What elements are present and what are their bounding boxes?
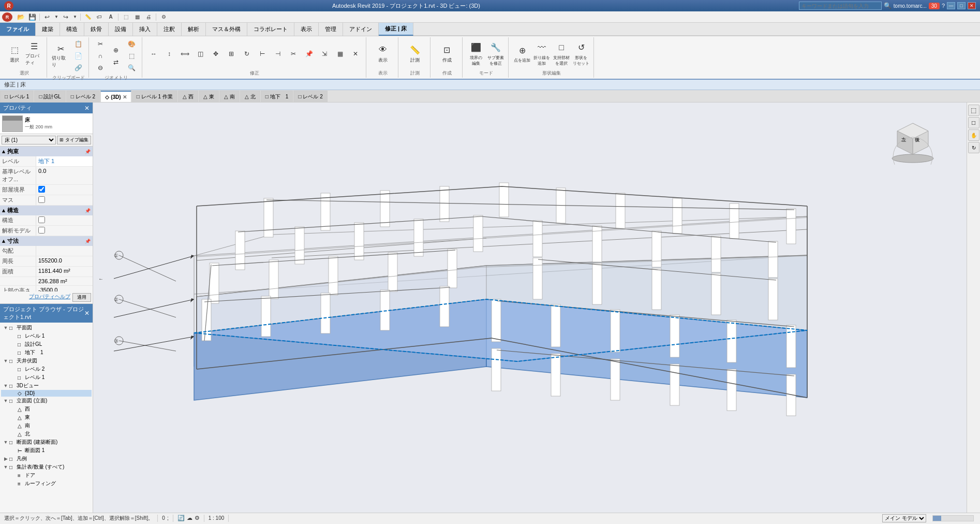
matchprop-button[interactable]: 🔗	[71, 62, 85, 74]
tree-item-section1[interactable]: ⊢ 断面図 1	[1, 446, 92, 455]
trim-button[interactable]: ⊢	[255, 48, 270, 60]
tab-manage[interactable]: 管理	[319, 23, 343, 36]
properties-close-button[interactable]: ✕	[84, 105, 90, 112]
section-structure[interactable]: ▴ 構造 📌	[0, 206, 93, 215]
tree-folder-schedules[interactable]: ▼ □ 集計表/数量 (すべて)	[1, 463, 92, 471]
tab-collaborate[interactable]: コラボレート	[247, 23, 294, 36]
rotate-button[interactable]: ↻	[240, 48, 254, 60]
tree-item-west[interactable]: △ 西	[1, 405, 92, 413]
minimize-button[interactable]: —	[947, 2, 955, 9]
tree-item-south[interactable]: △ 南	[1, 421, 92, 430]
array-button[interactable]: ▦	[333, 48, 347, 60]
viewport[interactable]: ① ② ③	[93, 103, 980, 513]
view-tab-west[interactable]: △ 西	[178, 91, 198, 102]
align-button[interactable]: ↔	[146, 48, 161, 60]
tab-file[interactable]: ファイル	[0, 23, 36, 36]
view-mode-button[interactable]: 👁 表示	[374, 41, 392, 67]
qa-open-button[interactable]: 📂	[16, 12, 26, 22]
scale-button[interactable]: ⇲	[317, 48, 332, 60]
tab-insert[interactable]: 挿入	[133, 23, 157, 36]
model-settings-button[interactable]: ⚙	[195, 515, 200, 521]
restore-button[interactable]: □	[957, 2, 966, 9]
delete-button[interactable]: ✕	[348, 48, 363, 60]
select-button[interactable]: ⬚ 選択	[5, 41, 24, 67]
viewcube[interactable]: 後 左	[887, 113, 939, 165]
tree-item-3d-active[interactable]: ◇ {3D}	[1, 390, 92, 397]
view-tab-east[interactable]: △ 東	[199, 91, 219, 102]
mirror-axis-button[interactable]: ⟺	[177, 48, 192, 60]
view-tab-basement[interactable]: □ 地下 1	[261, 91, 293, 102]
project-browser-close-button[interactable]: ✕	[84, 310, 90, 317]
tree-item-level1[interactable]: □ レベル 1	[1, 332, 92, 340]
tree-item-level1-ceiling[interactable]: □ レベル 1	[1, 373, 92, 382]
properties-apply-button[interactable]: 適用	[72, 293, 91, 302]
structural-checkbox[interactable]	[38, 216, 45, 223]
qa-redo-button[interactable]: ↪	[61, 12, 71, 22]
mass-checkbox[interactable]	[38, 196, 45, 203]
qa-text-button[interactable]: A	[106, 12, 116, 22]
section-constraints[interactable]: ▴ 拘束 📌	[0, 147, 93, 156]
room-bounding-checkbox[interactable]	[38, 186, 45, 193]
prop-value-room-bounding[interactable]	[36, 185, 93, 195]
cloud-button[interactable]: ☁	[187, 515, 192, 521]
tab-systems[interactable]: 設備	[109, 23, 133, 36]
tab-annotate[interactable]: 注釈	[157, 23, 182, 36]
extend-button[interactable]: ⊣	[271, 48, 285, 60]
tree-item-gl[interactable]: □ 設計GL	[1, 340, 92, 348]
tree-item-door-schedule[interactable]: ≡ ドア	[1, 471, 92, 479]
view-tab-level1-work[interactable]: □ レベル 1 作業	[132, 91, 177, 102]
tree-folder-ceiling[interactable]: ▼ □ 天井伏図	[1, 357, 92, 365]
tab-modify-floor[interactable]: 修正 | 床	[379, 23, 413, 36]
qa-undo-button[interactable]: ↩	[42, 12, 52, 22]
modify-sub-button[interactable]: 🔧 サブ要素を修正	[486, 41, 505, 67]
zoom-out-button[interactable]: □	[968, 117, 979, 128]
copy-modify-button[interactable]: ⊞	[224, 48, 239, 60]
cut-with-button[interactable]: ∩	[93, 50, 108, 62]
type-select[interactable]: 床 (1)	[2, 136, 56, 144]
view-tab-south[interactable]: △ 南	[219, 91, 240, 102]
tree-item-east[interactable]: △ 東	[1, 413, 92, 421]
view-tab-level1[interactable]: □ レベル 1	[0, 91, 34, 102]
pan-button[interactable]: ✋	[968, 129, 979, 141]
qa-undo-dropdown[interactable]: ▼	[53, 12, 60, 22]
tab-structure[interactable]: 構造	[60, 23, 84, 36]
view-tab-3d-close[interactable]: ✕	[123, 94, 127, 100]
view-tab-gl[interactable]: □ 設計GL	[34, 91, 65, 102]
add-fold-button[interactable]: 〰 折り線を追加	[532, 41, 551, 67]
sync-button[interactable]: 🔄	[177, 515, 185, 521]
reset-shape-button[interactable]: ↺ 形状をリセット	[572, 41, 590, 67]
create-button[interactable]: ⊡ 作成	[438, 41, 456, 67]
view-tab-level2[interactable]: □ レベル 2	[66, 91, 100, 102]
tree-item-roofing-schedule[interactable]: ≡ ルーフィング	[1, 479, 92, 488]
tree-item-north[interactable]: △ 北	[1, 430, 92, 438]
measure-button[interactable]: 📏 計測	[406, 41, 424, 67]
copy-button[interactable]: 📋	[71, 38, 85, 50]
prop-value-slope[interactable]	[36, 246, 93, 256]
move-button[interactable]: ✥	[209, 48, 223, 60]
tree-folder-sections[interactable]: ▼ □ 断面図 (建築断面)	[1, 438, 92, 446]
tab-massing[interactable]: マス＆外構	[206, 23, 247, 36]
tab-addins[interactable]: アドイン	[343, 23, 379, 36]
qa-redo-dropdown[interactable]: ▼	[72, 12, 78, 22]
view-tab-north[interactable]: △ 北	[240, 91, 260, 102]
qa-settings-button[interactable]: ⚙	[158, 12, 169, 22]
prop-value-mass[interactable]	[36, 195, 93, 205]
tree-folder-3d[interactable]: ▼ □ 3Dビュー	[1, 382, 92, 390]
tab-analyze[interactable]: 解析	[182, 23, 206, 36]
type-edit-button[interactable]: ⊞ タイプ編集	[57, 136, 91, 144]
tab-steel[interactable]: 鉄骨	[84, 23, 109, 36]
qa-tag-button[interactable]: 🏷	[94, 12, 105, 22]
cut-geo-button[interactable]: ✂	[93, 38, 108, 50]
view-tab-level2b[interactable]: □ レベル 2	[293, 91, 327, 102]
qa-detail-button[interactable]: ▦	[132, 12, 142, 22]
notification-badge[interactable]: 30	[929, 3, 940, 9]
prop-value-structural[interactable]	[36, 215, 93, 225]
tree-item-basement[interactable]: □ 地下 1	[1, 348, 92, 357]
unpin-button[interactable]: 📌	[302, 48, 316, 60]
workset-selector[interactable]: メイン モデル	[882, 514, 926, 522]
cut-button[interactable]: ✂ 切り取り	[51, 43, 70, 69]
properties-button[interactable]: ☰ プロパティ	[25, 41, 43, 67]
qa-save-button[interactable]: 💾	[27, 12, 37, 22]
tree-item-level2-ceiling[interactable]: □ レベル 2	[1, 365, 92, 373]
search-icon[interactable]: 🔍	[884, 2, 892, 9]
